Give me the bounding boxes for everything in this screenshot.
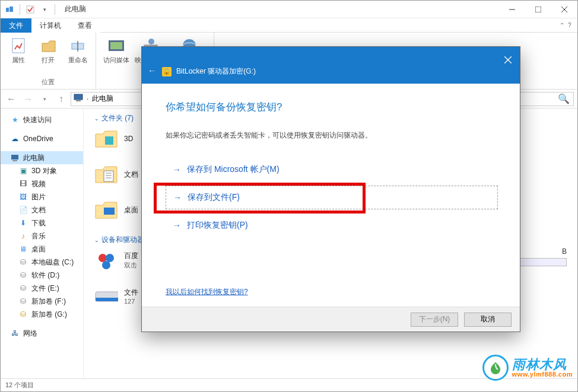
media-icon	[107, 36, 126, 55]
cancel-button[interactable]: 取消	[464, 313, 512, 327]
watermark-text: 雨林木风	[512, 358, 573, 371]
disk-icon: ⛁	[18, 270, 28, 280]
cube-icon: ▣	[18, 166, 28, 176]
sidebar-pictures[interactable]: 🖼图片	[1, 190, 83, 203]
svg-rect-19	[76, 100, 81, 101]
system-menu-icon[interactable]	[4, 4, 15, 15]
star-icon: ★	[10, 115, 20, 125]
ribbon-tabs: 文件 计算机 查看 ⌃ ?	[1, 18, 577, 33]
network-icon: 🖧	[10, 329, 20, 338]
svg-point-30	[102, 261, 110, 269]
open-icon	[39, 36, 58, 55]
dialog-description: 如果你忘记密码或者丢失智能卡，可以使用恢复密钥访问驱动器。	[166, 130, 496, 141]
sidebar-onedrive[interactable]: ☁OneDrive	[1, 132, 83, 145]
disk-lock-icon: ⛁	[18, 310, 28, 319]
navigation-sidebar: ★快速访问 ☁OneDrive 此电脑 ▣3D 对象 🎞视频 🖼图片 📄文档 ⬇…	[1, 109, 84, 378]
back-button[interactable]: ←	[4, 92, 18, 106]
arrow-icon: →	[173, 165, 181, 174]
option-print[interactable]: →打印恢复密钥(P)	[166, 214, 496, 237]
dialog-question: 你希望如何备份恢复密钥?	[166, 100, 496, 114]
sidebar-diskf[interactable]: ⛁新加卷 (F:)	[1, 295, 83, 308]
tab-view[interactable]: 查看	[69, 18, 100, 33]
title-bar: ▾ 此电脑	[1, 1, 577, 18]
ribbon-access-media[interactable]: 访问媒体	[100, 34, 133, 78]
option-save-microsoft[interactable]: →保存到 Microsoft 帐户(M)	[166, 158, 496, 181]
tab-file[interactable]: 文件	[1, 18, 31, 33]
option-save-file[interactable]: →保存到文件(F)	[166, 186, 498, 209]
bitlocker-icon: 🔒	[162, 67, 172, 77]
qat-checkbox-icon[interactable]	[25, 4, 36, 15]
ribbon-properties[interactable]: 属性	[4, 34, 33, 78]
dialog-back-button[interactable]: ←	[148, 66, 156, 75]
folder-icon	[94, 127, 118, 151]
tab-computer[interactable]: 计算机	[31, 18, 69, 33]
forward-button[interactable]: →	[21, 92, 35, 106]
svg-rect-27	[104, 208, 115, 215]
arrow-icon: →	[173, 221, 181, 230]
sidebar-desktop[interactable]: 🖥桌面	[1, 243, 83, 256]
minimize-button[interactable]	[499, 1, 525, 18]
qat-dropdown-icon[interactable]: ▾	[39, 4, 50, 15]
svg-rect-4	[535, 7, 541, 12]
sidebar-downloads[interactable]: ⬇下载	[1, 216, 83, 230]
svg-point-28	[99, 254, 107, 262]
window-title: 此电脑	[65, 4, 86, 14]
folder-icon	[94, 198, 118, 222]
dialog-title: BitLocker 驱动器加密(G:)	[176, 66, 256, 77]
svg-rect-18	[74, 94, 82, 100]
baidu-icon	[94, 248, 118, 272]
svg-rect-7	[12, 39, 24, 53]
svg-point-29	[106, 254, 114, 262]
sidebar-diskg[interactable]: ⛁新加卷 (G:)	[1, 308, 83, 321]
search-icon: 🔍	[558, 93, 570, 104]
svg-rect-1	[9, 7, 13, 12]
ribbon-collapse-icon[interactable]: ⌃ ?	[554, 18, 577, 33]
ribbon-rename[interactable]: 重命名	[63, 34, 92, 78]
svg-rect-21	[12, 160, 17, 161]
dialog-header: ← 🔒 BitLocker 驱动器加密(G:)	[142, 47, 520, 84]
disk-icon: ⛁	[18, 257, 28, 267]
dialog-help-link[interactable]: 我以后如何找到恢复密钥?	[166, 287, 248, 297]
svg-rect-11	[110, 42, 122, 49]
svg-point-13	[148, 39, 154, 44]
rename-icon	[68, 36, 87, 55]
disk-icon: ⛁	[18, 283, 28, 293]
recent-dropdown[interactable]: ▾	[37, 92, 52, 106]
sidebar-videos[interactable]: 🎞视频	[1, 177, 83, 190]
dialog-footer: 下一步(N) 取消	[142, 307, 520, 332]
sidebar-quick-access[interactable]: ★快速访问	[1, 113, 83, 126]
sidebar-diskd[interactable]: ⛁软件 (D:)	[1, 269, 83, 282]
watermark-logo-icon	[482, 355, 509, 381]
svg-rect-22	[105, 136, 113, 145]
watermark-url: www.ylmf888.com	[512, 371, 573, 378]
sidebar-network[interactable]: 🖧网络	[1, 327, 83, 340]
drive-icon	[94, 284, 118, 308]
sidebar-music[interactable]: ♪音乐	[1, 230, 83, 243]
ribbon-group-location-label: 位置	[42, 78, 55, 88]
up-button[interactable]: ↑	[54, 92, 68, 106]
maximize-button[interactable]	[525, 1, 551, 18]
svg-rect-32	[96, 298, 118, 301]
breadcrumb-thispc[interactable]: 此电脑	[92, 94, 113, 104]
close-button[interactable]	[551, 1, 577, 18]
watermark: 雨林木风 www.ylmf888.com	[482, 355, 573, 381]
sidebar-diske[interactable]: ⛁文件 (E:)	[1, 282, 83, 295]
pc-icon	[10, 153, 20, 162]
item-count: 12 个项目	[5, 381, 34, 390]
dialog-close-button[interactable]	[501, 53, 515, 67]
sidebar-thispc[interactable]: 此电脑	[1, 151, 83, 164]
folder-icon	[94, 162, 118, 186]
music-icon: ♪	[18, 231, 28, 241]
download-icon: ⬇	[18, 218, 28, 228]
sidebar-documents[interactable]: 📄文档	[1, 203, 83, 216]
sidebar-3dobjects[interactable]: ▣3D 对象	[1, 164, 83, 177]
desktop-icon: 🖥	[18, 244, 28, 254]
next-button[interactable]: 下一步(N)	[411, 313, 458, 327]
document-icon: 📄	[18, 205, 28, 215]
sidebar-diskc[interactable]: ⛁本地磁盘 (C:)	[1, 256, 83, 269]
pc-icon	[74, 93, 83, 104]
svg-rect-20	[11, 155, 18, 160]
cloud-icon: ☁	[10, 134, 20, 144]
ribbon-open[interactable]: 打开	[34, 34, 62, 78]
svg-rect-0	[6, 8, 9, 12]
